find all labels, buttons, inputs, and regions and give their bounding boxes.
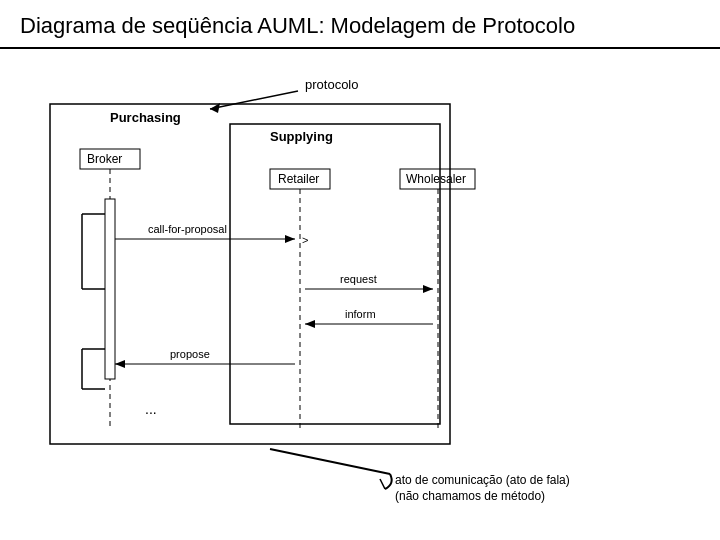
svg-text:>: > bbox=[302, 234, 308, 246]
svg-line-0 bbox=[210, 91, 298, 109]
svg-line-26 bbox=[270, 449, 390, 474]
svg-marker-20 bbox=[305, 320, 315, 328]
ellipsis-label: ... bbox=[145, 401, 157, 417]
wholesaler-label: Wholesaler bbox=[406, 172, 466, 186]
call-for-proposal-label: call-for-proposal bbox=[148, 223, 227, 235]
svg-marker-15 bbox=[285, 235, 295, 243]
svg-marker-18 bbox=[423, 285, 433, 293]
inform-label: inform bbox=[345, 308, 376, 320]
request-label: request bbox=[340, 273, 377, 285]
svg-marker-25 bbox=[115, 360, 125, 368]
footnote-line1: ato de comunicação (ato de fala) bbox=[395, 473, 570, 487]
footnote-line2: (não chamamos de método) bbox=[395, 489, 545, 503]
svg-rect-10 bbox=[105, 199, 115, 379]
retailer-label: Retailer bbox=[278, 172, 319, 186]
supplying-label: Supplying bbox=[270, 129, 333, 144]
protocolo-label: protocolo bbox=[305, 77, 358, 92]
purchasing-label: Purchasing bbox=[110, 110, 181, 125]
broker-label: Broker bbox=[87, 152, 122, 166]
title: Diagrama de seqüência AUML: Modelagem de… bbox=[0, 0, 720, 49]
propose-label: propose bbox=[170, 348, 210, 360]
svg-line-27 bbox=[380, 479, 385, 489]
